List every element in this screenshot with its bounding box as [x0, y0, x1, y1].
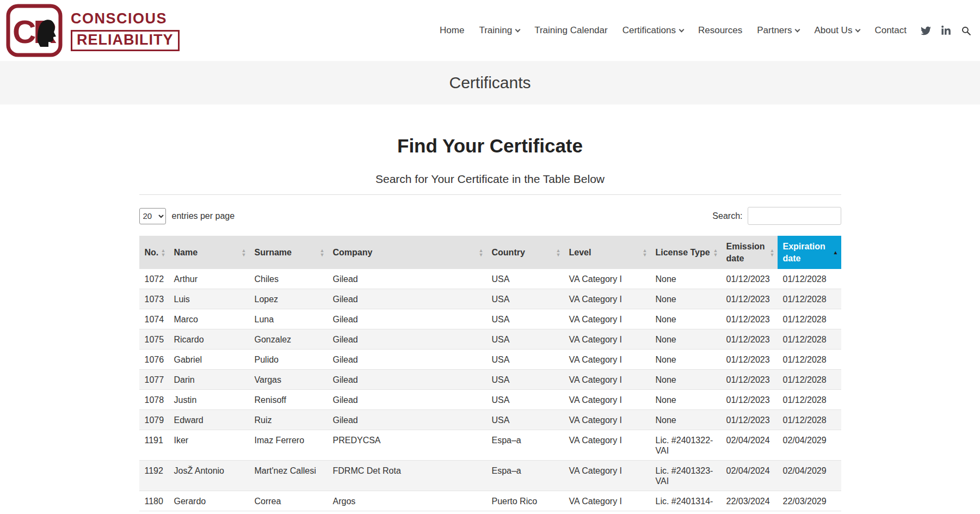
- column-header-no[interactable]: No.▲▼: [139, 236, 169, 269]
- column-header-surname[interactable]: Surname▲▼: [249, 236, 328, 269]
- table-cell: 01/12/2028: [778, 370, 841, 390]
- table-row: 1192JosŽ AntonioMart'nez CallesiFDRMC De…: [139, 461, 841, 491]
- table-cell: Argos: [328, 491, 486, 511]
- column-header-license-type[interactable]: License Type▲▼: [650, 236, 721, 269]
- table-cell: Gilead: [328, 269, 486, 289]
- column-label: Emission date: [726, 242, 765, 263]
- table-cell: Iker: [169, 430, 249, 461]
- nav-item-contact[interactable]: Contact: [874, 25, 907, 36]
- brand-name-line2: RELIABILITY: [71, 30, 180, 51]
- table-cell: None: [650, 289, 721, 309]
- table-cell: Lopez: [249, 289, 328, 309]
- column-header-country[interactable]: Country▲▼: [486, 236, 564, 269]
- table-cell: 02/04/2029: [778, 461, 841, 491]
- social-icons: [921, 26, 971, 36]
- search-icon[interactable]: [961, 26, 971, 36]
- nav-item-certifications[interactable]: Certifications: [622, 25, 683, 36]
- table-cell: None: [650, 390, 721, 410]
- table-cell: Edward: [169, 410, 249, 430]
- table-cell: Mart'nez Callesi: [249, 461, 328, 491]
- page-title: Certificants: [449, 74, 531, 92]
- search-input[interactable]: [748, 207, 841, 225]
- nav-item-training-calendar[interactable]: Training Calendar: [534, 25, 608, 36]
- table-cell: 01/12/2023: [721, 269, 778, 289]
- table-cell: Gilead: [328, 410, 486, 430]
- chevron-down-icon: [795, 27, 800, 32]
- brand-name-line1: CONSCIOUS: [71, 10, 167, 27]
- table-cell: None: [650, 410, 721, 430]
- table-cell: Luis: [169, 289, 249, 309]
- table-cell: 01/12/2023: [721, 329, 778, 350]
- table-cell: VA Category I: [564, 269, 650, 289]
- table-cell: 1078: [139, 390, 169, 410]
- table-cell: Renisoff: [249, 390, 328, 410]
- twitter-icon[interactable]: [921, 26, 931, 36]
- sort-both-icon: ▲▼: [320, 248, 325, 257]
- table-cell: Espa–a: [486, 461, 564, 491]
- nav-item-label: Resources: [698, 25, 742, 36]
- table-cell: Gilead: [328, 350, 486, 370]
- table-cell: 22/03/2029: [778, 491, 841, 511]
- table-cell: USA: [486, 350, 564, 370]
- main-content: Find Your Certificate Search for Your Ce…: [139, 135, 841, 511]
- entries-select[interactable]: 20: [139, 208, 166, 224]
- table-cell: 1192: [139, 461, 169, 491]
- column-label: Company: [333, 248, 373, 257]
- column-header-expiration-date[interactable]: Expiration date▲: [778, 236, 841, 269]
- column-header-emission-date[interactable]: Emission date▲▼: [721, 236, 778, 269]
- sort-ascending-icon: ▲: [833, 250, 839, 255]
- table-cell: USA: [486, 370, 564, 390]
- table-cell: Chiles: [249, 269, 328, 289]
- chevron-down-icon: [515, 27, 521, 32]
- table-row: 1073LuisLopezGileadUSAVA Category INone0…: [139, 289, 841, 309]
- table-row: 1074MarcoLunaGileadUSAVA Category INone0…: [139, 309, 841, 329]
- table-cell: 1074: [139, 309, 169, 329]
- column-header-company[interactable]: Company▲▼: [328, 236, 486, 269]
- column-label: Expiration date: [783, 242, 825, 263]
- table-cell: 01/12/2028: [778, 390, 841, 410]
- column-header-name[interactable]: Name▲▼: [169, 236, 249, 269]
- nav-item-resources[interactable]: Resources: [698, 25, 742, 36]
- table-cell: 01/12/2023: [721, 309, 778, 329]
- nav-item-partners[interactable]: Partners: [757, 25, 799, 36]
- table-cell: 01/12/2028: [778, 289, 841, 309]
- site-header: CR CONSCIOUS RELIABILITY HomeTrainingTra…: [0, 0, 980, 61]
- table-cell: None: [650, 370, 721, 390]
- table-cell: Ruiz: [249, 410, 328, 430]
- table-cell: Gabriel: [169, 350, 249, 370]
- brand-logo[interactable]: CR CONSCIOUS RELIABILITY: [5, 3, 180, 58]
- table-cell: 02/04/2024: [721, 430, 778, 461]
- sort-both-icon: ▲▼: [242, 248, 246, 257]
- table-cell: Gerardo: [169, 491, 249, 511]
- table-cell: 01/12/2023: [721, 350, 778, 370]
- nav-item-label: Contact: [874, 25, 907, 36]
- table-cell: VA Category I: [564, 461, 650, 491]
- table-cell: JosŽ Antonio: [169, 461, 249, 491]
- nav-item-about-us[interactable]: About Us: [814, 25, 860, 36]
- table-cell: Gonzalez: [249, 329, 328, 350]
- table-cell: 1076: [139, 350, 169, 370]
- linkedin-icon[interactable]: [941, 26, 951, 36]
- table-row: 1180GerardoCorreaArgosPuerto RicoVA Cate…: [139, 491, 841, 511]
- table-cell: 1075: [139, 329, 169, 350]
- table-cell: 01/12/2028: [778, 350, 841, 370]
- nav-item-home[interactable]: Home: [440, 25, 464, 36]
- nav-item-label: Training Calendar: [534, 25, 608, 36]
- brand-text: CONSCIOUS RELIABILITY: [71, 10, 180, 51]
- table-cell: USA: [486, 309, 564, 329]
- table-row: 1072ArthurChilesGileadUSAVA Category INo…: [139, 269, 841, 289]
- column-label: Name: [174, 248, 198, 257]
- brand-logo-icon: CR: [5, 3, 63, 58]
- nav-item-training[interactable]: Training: [479, 25, 520, 36]
- table-cell: Lic. #2401322-VAI: [650, 430, 721, 461]
- search-control: Search:: [712, 207, 841, 225]
- sort-both-icon: ▲▼: [770, 248, 775, 257]
- table-body: 1072ArthurChilesGileadUSAVA Category INo…: [139, 269, 841, 511]
- table-cell: Imaz Ferrero: [249, 430, 328, 461]
- table-cell: 01/12/2028: [778, 309, 841, 329]
- table-cell: Gilead: [328, 390, 486, 410]
- column-header-level[interactable]: Level▲▼: [564, 236, 650, 269]
- column-label: Surname: [255, 248, 292, 257]
- table-row: 1191IkerImaz FerreroPREDYCSAEspa–aVA Cat…: [139, 430, 841, 461]
- table-cell: USA: [486, 410, 564, 430]
